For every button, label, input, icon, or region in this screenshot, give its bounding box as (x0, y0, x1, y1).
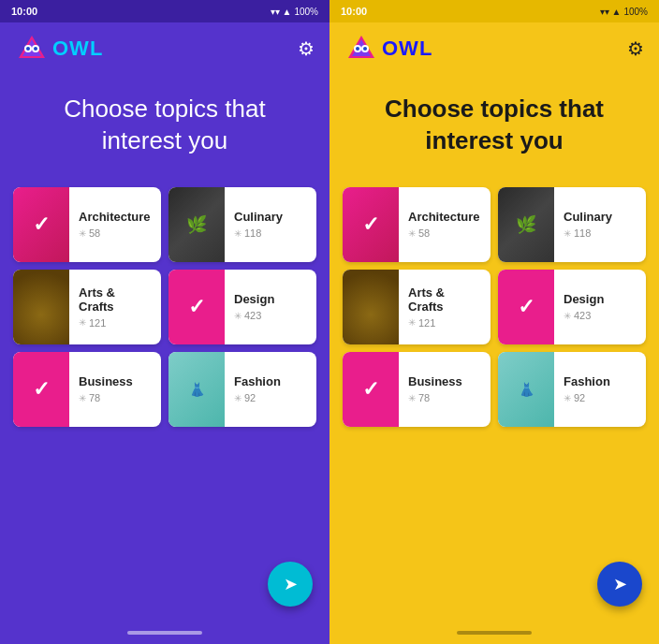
signal-icon-right: ▲ (612, 7, 622, 17)
status-time-right: 10:00 (341, 6, 367, 17)
topic-info-architecture-left: Architecture ✳ 58 (69, 202, 161, 246)
signal-icon-left: ▲ (283, 7, 292, 17)
left-phone-panel: 10:00 ▾▾ ▲ 100% OWL ⚙ Choose topics that… (0, 0, 330, 644)
check-architecture-left: ✓ (33, 212, 50, 237)
topic-info-fashion-left: Fashion ✳ 92 (225, 367, 316, 411)
top-bar-right: OWL ⚙ (330, 22, 659, 75)
topic-card-fashion-left[interactable]: 👗 Fashion ✳ 92 (168, 352, 316, 427)
topic-info-artscraft-left: Arts & Crafts ✳ 121 (69, 278, 161, 336)
svg-point-11 (363, 47, 367, 51)
topic-card-artscraft-right[interactable]: Arts & Crafts ✳ 121 (343, 270, 491, 344)
fab-button-right[interactable]: ➤ (597, 562, 642, 607)
logo-right: OWL (344, 32, 432, 66)
topic-count-row-fashion-left: ✳ 92 (234, 392, 307, 403)
topic-image-design-right: ✓ (498, 270, 554, 344)
topic-info-artscraft-right: Arts & Crafts ✳ 121 (399, 278, 491, 336)
gear-icon-left[interactable]: ⚙ (298, 37, 315, 60)
topic-image-culinary-left: 🌿 (168, 187, 225, 262)
topic-count-row-culinary-right: ✳ 118 (564, 227, 637, 239)
topic-image-business-left: ✓ (13, 352, 69, 427)
topic-count-culinary-right: 118 (574, 227, 591, 239)
topic-count-fashion-right: 92 (574, 392, 585, 403)
topic-card-artscraft-left[interactable]: Arts & Crafts ✳ 121 (13, 270, 161, 344)
snowflake-cul-right: ✳ (564, 228, 571, 239)
topic-name-artscraft-left: Arts & Crafts (79, 285, 152, 314)
topic-count-fashion-left: 92 (244, 392, 256, 403)
topic-row-1-right: ✓ Architecture ✳ 58 🌿 Culinary (343, 187, 646, 262)
topic-name-fashion-left: Fashion (234, 374, 307, 388)
snowflake-cul-left: ✳ (234, 228, 242, 239)
logo-text-left: OWL (52, 37, 103, 61)
check-design-right: ✓ (518, 295, 535, 319)
topic-name-design-left: Design (234, 292, 307, 306)
snowflake-arch-right: ✳ (408, 228, 416, 239)
heading-text-right: Choose topics that interest you (358, 94, 631, 157)
topic-row-3-right: ✓ Business ✳ 78 👗 Fashion (343, 352, 646, 427)
heading-area-right: Choose topics that interest you (330, 75, 659, 176)
topic-name-culinary-left: Culinary (234, 210, 307, 224)
topic-info-design-left: Design ✳ 423 (225, 285, 316, 329)
topic-image-artscraft-left (13, 270, 69, 344)
topic-image-fashion-right: 👗 (498, 352, 554, 427)
topic-image-business-right: ✓ (343, 352, 399, 427)
check-design-left: ✓ (188, 295, 205, 319)
snowflake-fas-right: ✳ (564, 393, 571, 403)
topic-card-culinary-left[interactable]: 🌿 Culinary ✳ 118 (168, 187, 316, 262)
topic-count-design-right: 423 (574, 310, 591, 321)
check-business-right: ✓ (362, 377, 379, 402)
topic-count-row-artscraft-right: ✳ 121 (408, 317, 481, 329)
topic-card-design-left[interactable]: ✓ Design ✳ 423 (168, 270, 316, 344)
gear-icon-right[interactable]: ⚙ (627, 37, 644, 60)
topic-card-culinary-right[interactable]: 🌿 Culinary ✳ 118 (498, 187, 646, 262)
topic-count-design-left: 423 (244, 310, 261, 321)
snowflake-arts-left: ✳ (79, 317, 86, 328)
right-phone-panel: 10:00 ▾▾ ▲ 100% OWL ⚙ Choose topics that… (330, 0, 659, 644)
owl-logo-icon-left (15, 32, 49, 66)
topic-count-artscraft-left: 121 (89, 317, 106, 329)
topic-card-business-right[interactable]: ✓ Business ✳ 78 (343, 352, 491, 427)
topic-count-row-design-left: ✳ 423 (234, 310, 307, 321)
snowflake-biz-left: ✳ (79, 393, 86, 403)
topic-image-architecture-left: ✓ (13, 187, 69, 262)
topic-info-design-right: Design ✳ 423 (554, 285, 646, 329)
topic-count-row-architecture-right: ✳ 58 (408, 227, 481, 239)
svg-point-4 (26, 47, 30, 51)
battery-left: 100% (294, 7, 318, 17)
topic-info-culinary-right: Culinary ✳ 118 (554, 202, 646, 246)
topic-name-design-right: Design (564, 292, 637, 306)
topic-count-row-business-right: ✳ 78 (408, 392, 481, 403)
topic-card-design-right[interactable]: ✓ Design ✳ 423 (498, 270, 646, 344)
fab-button-left[interactable]: ➤ (268, 562, 313, 607)
bottom-indicator-right (330, 622, 659, 644)
svg-point-10 (356, 47, 359, 51)
status-time-left: 10:00 (11, 6, 37, 17)
topic-count-culinary-left: 118 (244, 227, 261, 239)
wifi-icon-right: ▾▾ (600, 7, 609, 17)
topic-count-architecture-right: 58 (418, 227, 430, 239)
topics-area-left: ✓ Architecture ✳ 58 🌿 Culinary (0, 176, 330, 622)
topic-info-business-left: Business ✳ 78 (69, 367, 161, 411)
topic-name-fashion-right: Fashion (564, 374, 637, 388)
owl-logo-icon-right (344, 32, 378, 66)
topic-info-architecture-right: Architecture ✳ 58 (399, 202, 491, 246)
topic-card-business-left[interactable]: ✓ Business ✳ 78 (13, 352, 161, 427)
topic-card-architecture-right[interactable]: ✓ Architecture ✳ 58 (343, 187, 491, 262)
topic-name-artscraft-right: Arts & Crafts (408, 285, 481, 314)
topic-card-architecture-left[interactable]: ✓ Architecture ✳ 58 (13, 187, 161, 262)
fashion-visual: 👗 (189, 382, 205, 397)
topic-image-design-left: ✓ (168, 270, 225, 344)
topic-image-fashion-left: 👗 (168, 352, 225, 427)
topic-image-artscraft-right (343, 270, 399, 344)
fab-icon-right: ➤ (613, 574, 627, 594)
topic-card-fashion-right[interactable]: 👗 Fashion ✳ 92 (498, 352, 646, 427)
topic-row-1-left: ✓ Architecture ✳ 58 🌿 Culinary (13, 187, 316, 262)
topic-count-row-culinary-left: ✳ 118 (234, 227, 307, 239)
wifi-icon-left: ▾▾ (271, 7, 280, 17)
snowflake-arch-left: ✳ (79, 228, 86, 239)
top-bar-left: OWL ⚙ (0, 22, 330, 75)
status-icons-left: ▾▾ ▲ 100% (271, 7, 318, 17)
topic-count-business-left: 78 (89, 392, 100, 403)
snowflake-des-right: ✳ (564, 311, 571, 321)
topic-row-2-left: Arts & Crafts ✳ 121 ✓ Design ✳ 423 (13, 270, 316, 344)
logo-left: OWL (15, 32, 103, 66)
